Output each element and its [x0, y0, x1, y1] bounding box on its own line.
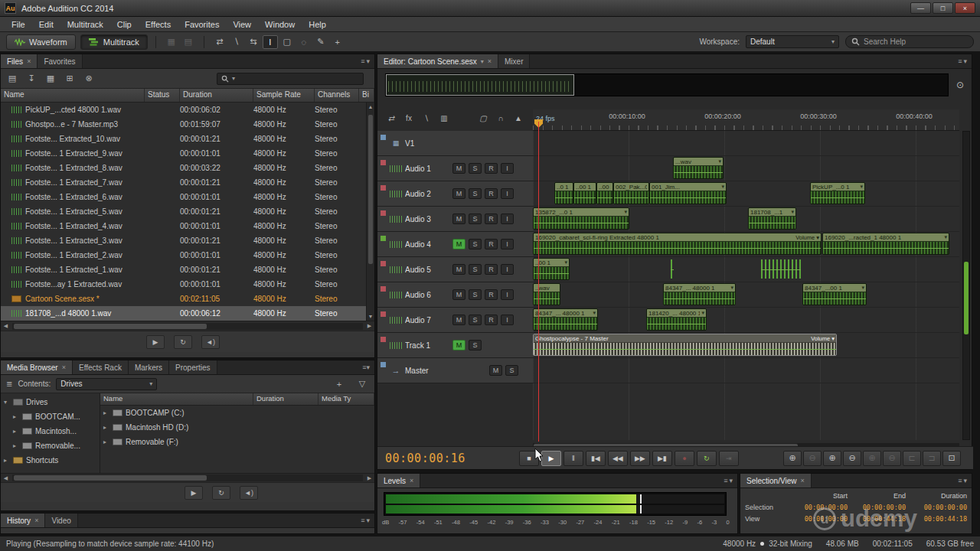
track-header-audio-6[interactable]: Audio 6MSRI	[377, 282, 533, 308]
audio-clip[interactable]: ..0 1	[554, 182, 573, 204]
scroll-right-icon[interactable]: ▶	[364, 323, 374, 329]
scroll-left-icon[interactable]: ◀	[1, 475, 11, 481]
zoom-in-amplitude-button[interactable]: ⊕	[863, 451, 881, 466]
play-preview-icon[interactable]: ▶	[146, 335, 165, 349]
slip-tool-icon[interactable]: ⇆	[246, 35, 261, 49]
close-icon[interactable]: ×	[62, 364, 66, 371]
close-icon[interactable]: ×	[488, 57, 492, 65]
clip-dropdown-icon[interactable]: ▾	[721, 184, 724, 190]
snapping-icon[interactable]: ∩	[493, 112, 508, 125]
file-row[interactable]: Footste... 1 Extracted_2.wav00:00:01:014…	[1, 248, 374, 262]
tree-item-shortcuts[interactable]: ▸Shortcuts	[1, 453, 100, 468]
zoom-out-button[interactable]: ⊖	[803, 451, 822, 466]
track-mute-button[interactable]: M	[489, 365, 502, 376]
workspace-dropdown[interactable]: Default ▾	[746, 35, 839, 48]
track-header-track-1[interactable]: Track 1MS	[377, 333, 533, 358]
scrollbar-thumb[interactable]	[964, 262, 969, 334]
filter-icon[interactable]: ▽	[355, 378, 369, 390]
tree-item-bootcam[interactable]: ▸BOOTCAM...	[1, 409, 100, 424]
track-header-audio-2[interactable]: Audio 2MSRI	[377, 181, 533, 207]
audio-clip[interactable]: 169020_cabaret_sci-fi-ring Extracted 480…	[533, 233, 822, 255]
audio-clip[interactable]: PickUP_...0 1▾	[810, 182, 865, 204]
track-solo-button[interactable]: S	[469, 239, 482, 249]
import-file-icon[interactable]: ↧	[24, 73, 38, 85]
files-column-header[interactable]: Channels	[315, 89, 359, 102]
scrollbar-thumb[interactable]	[368, 115, 373, 264]
zoom-to-in-point-button[interactable]: ⊏	[903, 451, 921, 466]
metronome-icon[interactable]: ▲	[511, 112, 526, 125]
insert-into-multitrack-icon[interactable]: ⊞	[63, 73, 77, 85]
track-header-audio-7[interactable]: Audio 7MSRI	[377, 308, 533, 333]
file-row[interactable]: Footste... 1 Extracted_6.wav00:00:01:014…	[1, 190, 374, 204]
audio-clip[interactable]: ...wav▾	[673, 157, 724, 179]
track-solo-button[interactable]: S	[469, 315, 482, 325]
play-preview-icon[interactable]: ▶	[185, 486, 203, 500]
file-row[interactable]: Footste... 1 Extracted_8.wav00:00:03:224…	[1, 161, 374, 175]
tab-favorites[interactable]: Favorites	[38, 54, 82, 68]
audio-clip[interactable]: 84347_... 48000 1▾	[533, 308, 598, 331]
track-record-arm-button[interactable]: R	[485, 163, 498, 174]
expander-icon[interactable]: ▸	[13, 442, 19, 449]
tab-effects-rack[interactable]: Effects Rack	[73, 360, 129, 374]
record-button[interactable]: ●	[675, 451, 694, 466]
audio-clip[interactable]: ..00 1	[596, 182, 613, 204]
track-mute-button[interactable]: M	[452, 289, 466, 300]
media-column-header[interactable]: Media Ty	[318, 393, 374, 405]
track-header-master[interactable]: →MasterMS	[377, 358, 533, 383]
overview-zoom-icon[interactable]: ⊙	[956, 80, 964, 90]
add-shortcut-icon[interactable]: +	[332, 378, 346, 390]
audio-clip[interactable]: 84347_... 48000 1▾	[663, 283, 736, 305]
files-hscrollbar[interactable]: ◀ ▶	[1, 321, 374, 331]
files-scrollbar[interactable]: ▲ ▼	[366, 103, 374, 321]
move-to-previous-button[interactable]: ▮◀	[586, 451, 606, 466]
track-lane-track-1[interactable]: Ghostpocalypse - 7 MasterVolume ▾	[533, 333, 959, 358]
file-row[interactable]: Footste... 1 Extracted_3.wav00:00:01:214…	[1, 233, 374, 248]
metering-icon[interactable]: ▥	[436, 112, 452, 125]
close-icon[interactable]: ×	[34, 517, 38, 524]
rewind-button[interactable]: ◀◀	[608, 451, 628, 466]
file-row[interactable]: Cartoon Scene.sesx *00:02:11:0548000 HzS…	[1, 292, 374, 306]
file-row[interactable]: Footste...ay 1 Extracted.wav00:00:01:014…	[1, 277, 374, 292]
playhead[interactable]	[538, 122, 539, 442]
tree-item-macintosh[interactable]: ▸Macintosh...	[1, 424, 100, 439]
audio-clip[interactable]: 169020_...racted_1 48000 1▾	[822, 233, 949, 255]
file-row[interactable]: PickUP_...cted 48000 1.wav00:00:06:02480…	[1, 103, 374, 117]
tab-video[interactable]: Video	[45, 514, 77, 527]
show-spectral-frequency-icon[interactable]: ▦	[164, 35, 179, 49]
fast-forward-button[interactable]: ▶▶	[630, 451, 650, 466]
timeline-ruler[interactable]: 00:00:10:0000:00:20:0000:00:30:0000:00:4…	[533, 109, 959, 131]
track-lane-audio-4[interactable]: 169020_cabaret_sci-fi-ring Extracted 480…	[533, 232, 959, 257]
track-monitor-input-button[interactable]: I	[501, 264, 514, 275]
files-column-header[interactable]: Bi	[359, 89, 374, 102]
expander-icon[interactable]: ▸	[13, 413, 19, 420]
zoom-to-selection-button[interactable]: ⊡	[942, 451, 961, 466]
time-selection-tool-icon[interactable]: I	[263, 35, 278, 49]
help-search-input[interactable]	[864, 37, 956, 46]
tab-markers[interactable]: Markers	[129, 360, 169, 374]
track-record-arm-button[interactable]: R	[485, 289, 498, 300]
track-lane-audio-6[interactable]: ..wav84347_... 48000 1▾84347_...00 1▾	[533, 282, 959, 308]
clip-volume-dropdown[interactable]: Volume ▾	[811, 335, 835, 342]
audio-clip[interactable]: 181420_... 48000 1▾	[646, 308, 707, 331]
clip-dropdown-icon[interactable]: ▾	[860, 184, 863, 190]
track-record-arm-button[interactable]: R	[485, 239, 498, 249]
audio-clip[interactable]: 001_Jim...▾	[649, 182, 727, 204]
panel-menu-icon[interactable]: ≡▾	[719, 474, 737, 487]
spot-healing-brush-icon[interactable]: +	[330, 35, 345, 49]
track-monitor-input-button[interactable]: I	[501, 214, 514, 224]
track-mute-button[interactable]: M	[452, 340, 466, 350]
audio-clip[interactable]: 181708_...1▾	[748, 207, 796, 230]
auto-play-icon[interactable]: ◄)	[240, 486, 258, 500]
tab-media-browser[interactable]: Media Browser×	[1, 360, 73, 374]
tab-levels[interactable]: Levels ×	[377, 474, 420, 487]
audio-clip[interactable]: 135872_...0 1▾	[533, 207, 629, 230]
menu-edit[interactable]: Edit	[32, 18, 60, 31]
track-mute-button[interactable]: M	[452, 315, 466, 325]
file-row[interactable]: 181708_...d 48000 1.wav00:00:06:1248000 …	[1, 306, 374, 321]
scrollbar-thumb[interactable]	[14, 324, 207, 329]
pause-button[interactable]: ‖	[564, 451, 583, 466]
multitrack-view-button[interactable]: Multitrack	[80, 34, 148, 50]
files-column-header[interactable]: Name	[1, 89, 145, 102]
loop-preview-icon[interactable]: ↻	[174, 335, 192, 349]
panel-menu-icon[interactable]: ≡▾	[358, 360, 374, 374]
